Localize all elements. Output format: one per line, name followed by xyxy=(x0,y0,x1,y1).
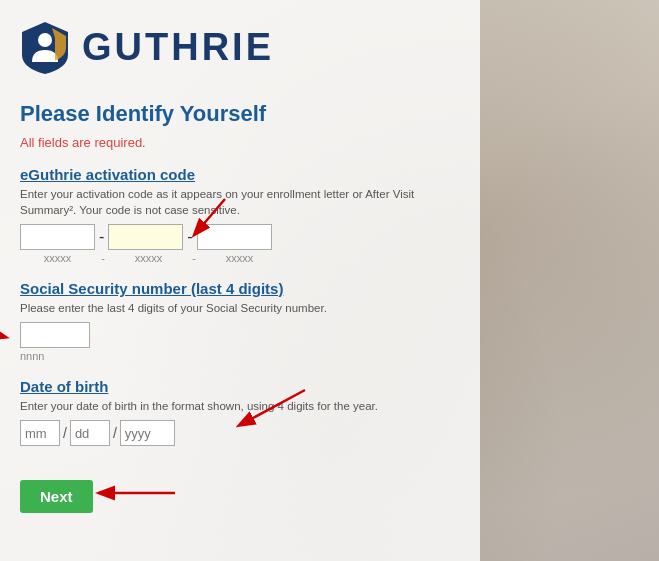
svg-line-3 xyxy=(240,390,305,425)
ssn-input-wrapper xyxy=(20,322,90,348)
ssn-field[interactable] xyxy=(20,322,90,348)
page-title: Please Identify Yourself xyxy=(20,101,460,127)
dob-section: Date of birth Enter your date of birth i… xyxy=(20,378,460,446)
next-button[interactable]: Next xyxy=(20,480,93,513)
ssn-label: Social Security number (last 4 digits) xyxy=(20,280,460,297)
ssn-arrow xyxy=(0,317,15,352)
page-header: GUTHRIE xyxy=(20,10,460,87)
ssn-section: Social Security number (last 4 digits) P… xyxy=(20,280,460,362)
svg-line-1 xyxy=(195,199,225,234)
next-arrow xyxy=(90,475,180,510)
activation-code-inputs: - - xyxy=(20,224,460,250)
activation-code-field-1[interactable] xyxy=(20,224,95,250)
guthrie-logo-icon xyxy=(20,20,70,75)
ssn-placeholder: nnnn xyxy=(20,350,460,362)
next-button-wrapper: Next xyxy=(20,470,93,513)
activation-code-section: eGuthrie activation code Enter your acti… xyxy=(20,166,460,264)
activation-code-label: eGuthrie activation code xyxy=(20,166,460,183)
activation-code-field-2[interactable] xyxy=(108,224,183,250)
dob-dd-field[interactable] xyxy=(70,420,110,446)
activation-ph-1: xxxxx xyxy=(20,252,95,264)
activation-ph-3: xxxxx xyxy=(202,252,277,264)
dob-mm-field[interactable] xyxy=(20,420,60,446)
svg-point-0 xyxy=(38,33,52,47)
activation-separator-1: - xyxy=(99,228,104,246)
dob-sep-2: / xyxy=(113,425,117,441)
activation-code-description: Enter your activation code as it appears… xyxy=(20,186,460,218)
logo-text: GUTHRIE xyxy=(82,26,274,69)
dob-sep-1: / xyxy=(63,425,67,441)
required-note: All fields are required. xyxy=(20,135,460,150)
activation-arrow xyxy=(175,194,235,244)
ssn-description: Please enter the last 4 digits of your S… xyxy=(20,300,460,316)
activation-ph-2: xxxxx xyxy=(111,252,186,264)
svg-line-2 xyxy=(0,322,5,337)
dob-yyyy-field[interactable] xyxy=(120,420,175,446)
dob-arrow xyxy=(220,385,310,435)
dob-inputs: / / xyxy=(20,420,460,446)
activation-placeholders: xxxxx - xxxxx - xxxxx xyxy=(20,252,460,264)
